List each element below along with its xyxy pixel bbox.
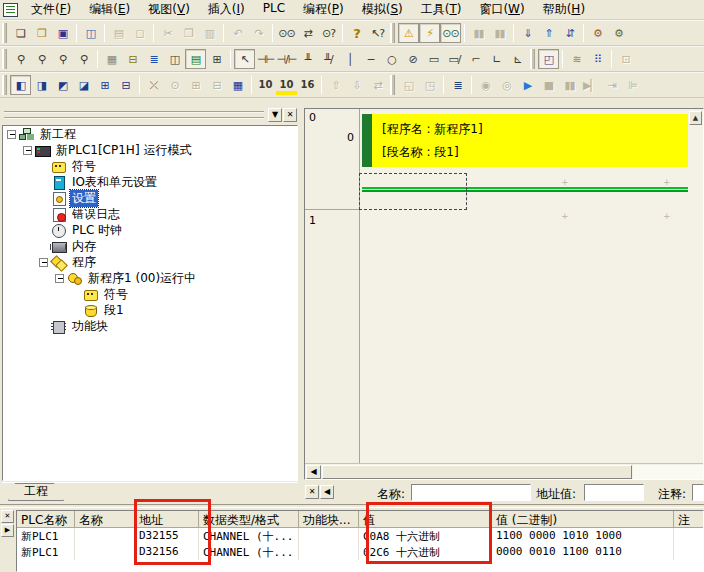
keyboard-map-icon[interactable]: ▦ xyxy=(227,75,248,95)
stacked-views-icon[interactable]: ≋ xyxy=(566,49,587,69)
collapse-expander-icon[interactable] xyxy=(7,130,16,139)
name-field[interactable] xyxy=(411,484,531,501)
table-row[interactable]: 新PLC1D32156CHANNEL (十...02C6 十六进制0000 00… xyxy=(17,544,703,560)
table-cell[interactable]: 新PLC1 xyxy=(17,528,75,544)
column-header[interactable]: 功能块... xyxy=(299,511,359,528)
toolbar-handle[interactable] xyxy=(2,75,7,95)
dialog-icon[interactable]: ⊟ xyxy=(122,49,143,69)
column-header[interactable]: 值 (二进制) xyxy=(492,511,674,528)
tree-item-新工程[interactable]: 新工程 xyxy=(3,126,297,142)
mnemonic-window-icon[interactable]: ◨ xyxy=(31,75,52,95)
scrollbar-thumb[interactable] xyxy=(322,465,632,479)
compile-icon[interactable]: ◫ xyxy=(80,23,101,43)
search-symbol-icon[interactable]: ⊙? xyxy=(318,23,339,43)
new-inverted-instruction-icon[interactable]: ▭/ xyxy=(444,49,465,69)
menu-item-3[interactable]: 视图(V) xyxy=(139,0,199,20)
scroll-left-icon[interactable]: ◀ xyxy=(306,465,321,479)
table-cell[interactable] xyxy=(299,544,359,560)
vertical-line-icon[interactable]: │ xyxy=(339,49,360,69)
compare-with-plc-icon[interactable]: ⇵ xyxy=(559,23,580,43)
collapse-expander-icon[interactable] xyxy=(23,146,32,155)
new-coil-icon[interactable]: ○ xyxy=(381,49,402,69)
online-edit-icon[interactable]: ⚙ xyxy=(587,23,608,43)
close-icon[interactable]: ✕ xyxy=(305,485,319,499)
selected-ladder-cell[interactable] xyxy=(359,173,467,210)
close-icon[interactable]: ✕ xyxy=(1,510,14,523)
tree-item-功能块[interactable]: 功能块 xyxy=(3,318,297,334)
select-tool-icon[interactable]: ↖ xyxy=(234,49,255,69)
table-cell[interactable]: D32156 xyxy=(135,544,199,560)
tree-item-内存[interactable]: 内存 xyxy=(3,238,297,254)
horizontal-divider[interactable] xyxy=(0,504,704,508)
scroll-up-icon[interactable]: ▲ xyxy=(689,111,702,125)
collapse-left-icon[interactable]: ◀ xyxy=(320,485,334,499)
collapse-expander-icon[interactable] xyxy=(55,274,64,283)
open-file-icon[interactable]: ❐ xyxy=(31,23,52,43)
new-fb-parameter-icon[interactable]: ∟ xyxy=(486,49,507,69)
menu-item-7[interactable]: 模拟(S) xyxy=(353,0,412,20)
tree-item-PLC 时钟[interactable]: PLC 时钟 xyxy=(3,222,297,238)
program-banner[interactable]: [程序名 : 新程序1] [段名称 : 段1] xyxy=(372,114,688,167)
symbol-window-icon[interactable]: ◩ xyxy=(52,75,73,95)
table-cell[interactable]: 02C6 十六进制 xyxy=(359,544,492,560)
new-closed-coil-icon[interactable]: ⊘ xyxy=(402,49,423,69)
column-header[interactable]: PLC名称 xyxy=(17,511,75,528)
download-to-plc-icon[interactable]: ⇓ xyxy=(517,23,538,43)
comment-field[interactable] xyxy=(692,484,704,501)
toolbar-handle[interactable] xyxy=(2,49,7,69)
panel-dropdown-icon[interactable]: ▼ xyxy=(268,108,282,122)
cross-reference-icon[interactable]: ⤫ xyxy=(143,75,164,95)
replace-icon[interactable]: ⇄ xyxy=(297,23,318,43)
menu-item-4[interactable]: 插入(I) xyxy=(199,0,254,20)
toolbar-handle[interactable] xyxy=(2,23,7,43)
new-closed-or-contact-icon[interactable]: ╨/ xyxy=(318,49,339,69)
toolbar-handle[interactable] xyxy=(390,23,395,43)
table-cell[interactable]: 新PLC1 xyxy=(17,544,75,560)
table-cell[interactable] xyxy=(75,544,135,560)
io-table-window-icon[interactable]: ◪ xyxy=(73,75,94,95)
address-field[interactable] xyxy=(584,484,644,501)
column-header[interactable]: 数据类型/格式 xyxy=(199,511,299,528)
tree-item-新PLC1[CP1H] 运行模式[interactable]: 新PLC1[CP1H] 运行模式 xyxy=(3,142,297,158)
watch-window-icon[interactable]: ≣ xyxy=(447,75,468,95)
upload-from-plc-icon[interactable]: ⇑ xyxy=(538,23,559,43)
mnemonic-view-icon[interactable]: ⊞ xyxy=(206,49,227,69)
menu-item-2[interactable]: 编辑(E) xyxy=(80,0,139,20)
new-instruction-icon[interactable]: ▭ xyxy=(423,49,444,69)
table-cell[interactable]: C0A8 十六进制 xyxy=(359,528,492,544)
new-or-contact-icon[interactable]: ╨ xyxy=(297,49,318,69)
expand-right-icon[interactable]: ▶ xyxy=(1,524,14,537)
zoom-fit-icon[interactable]: ⚲ xyxy=(73,49,94,69)
find-icon[interactable]: ⊙⊙ xyxy=(276,23,297,43)
io-grid-icon[interactable]: ⠿ xyxy=(587,49,608,69)
table-cell[interactable]: 0000 0010 1100 0110 xyxy=(492,544,674,560)
column-header[interactable]: 注 xyxy=(674,511,704,528)
scrollbar-track[interactable] xyxy=(633,465,703,479)
tree-item-新程序1 (00)运行中[interactable]: 新程序1 (00)运行中 xyxy=(3,270,297,286)
tree-item-符号[interactable]: 符号 xyxy=(3,286,297,302)
project-panel-gripper[interactable]: ▼ ✕ xyxy=(2,108,298,123)
new-fb-invocation-icon[interactable]: ⌐ xyxy=(465,49,486,69)
symbol-table-icon[interactable]: ≣ xyxy=(143,49,164,69)
table-cell[interactable] xyxy=(75,528,135,544)
zoom-tool-icon[interactable]: ⚲ xyxy=(10,49,31,69)
tree-item-符号[interactable]: 符号 xyxy=(3,158,297,174)
run-icon[interactable]: ▶ xyxy=(517,75,538,95)
help-icon[interactable]: ? xyxy=(346,23,367,43)
column-header[interactable]: 值 xyxy=(359,511,492,528)
tree-item-IO表和单元设置[interactable]: IO表和单元设置 xyxy=(3,174,297,190)
tree-item-段1[interactable]: 段1 xyxy=(3,302,297,318)
new-file-icon[interactable]: ❏ xyxy=(10,23,31,43)
horizontal-line-icon[interactable]: ─ xyxy=(360,49,381,69)
table-cell[interactable]: CHANNEL (十... xyxy=(199,544,299,560)
views-toggle-icon[interactable]: ◰ xyxy=(538,49,559,69)
settings-window-icon[interactable]: ⊞ xyxy=(94,75,115,95)
menu-item-9[interactable]: 窗口(W) xyxy=(470,0,533,20)
work-online-icon[interactable]: ⚠ xyxy=(398,23,419,43)
tree-item-程序[interactable]: 程序 xyxy=(3,254,297,270)
table-row[interactable]: 新PLC1D32155CHANNEL (十...C0A8 十六进制1100 00… xyxy=(17,528,703,544)
monitor-hex-icon[interactable]: 16 xyxy=(297,75,318,95)
column-header[interactable]: 名称 xyxy=(75,511,135,528)
collapse-expander-icon[interactable] xyxy=(39,258,48,267)
table-cell[interactable]: 1100 0000 1010 1000 xyxy=(492,528,674,544)
